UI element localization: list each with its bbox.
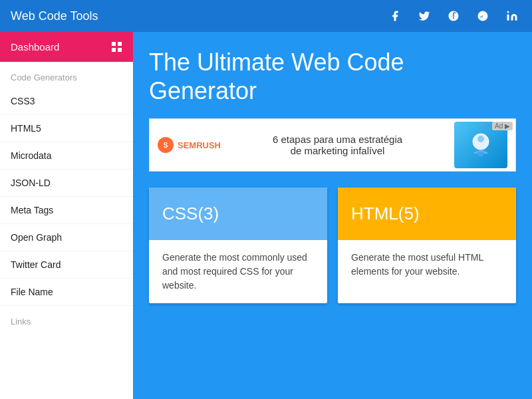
css3-card: CSS(3) Generate the most commonly used a… (149, 188, 327, 303)
reddit-icon[interactable]: r/ (473, 7, 492, 25)
svg-text:r/: r/ (480, 15, 483, 19)
brand-title: Web Code Tools (11, 9, 98, 23)
sidebar-item-json-ld[interactable]: JSON-LD (0, 170, 133, 197)
code-generators-header: Code Generators (0, 62, 133, 88)
cards-grid: CSS(3) Generate the most commonly used a… (149, 188, 516, 303)
ad-text: 6 etapas para uma estratégia de marketin… (229, 134, 446, 156)
html5-card-body: Generate the most useful HTML elements f… (338, 240, 516, 289)
sidebar-item-meta-tags[interactable]: Meta Tags (0, 197, 133, 224)
linkedin-icon[interactable] (503, 7, 521, 25)
layout: Dashboard Code Generators CSS3 HTML5 Mic… (0, 32, 532, 399)
css3-card-description: Generate the most commonly used and most… (162, 252, 307, 291)
html5-card: HTML(5) Generate the most useful HTML el… (338, 188, 516, 303)
facebook-icon[interactable] (386, 7, 404, 25)
sidebar-item-css3[interactable]: CSS3 (0, 88, 133, 115)
google-plus-icon[interactable]: g+ (444, 7, 463, 25)
social-icons-container: g+ r/ (386, 7, 521, 25)
ad-text-line2: de marketing infalível (229, 145, 446, 156)
html5-card-header: HTML(5) (338, 188, 516, 240)
svg-point-3 (507, 11, 509, 13)
semrush-logo-text: SEMRUSH (178, 140, 221, 150)
ad-content: S SEMRUSH 6 etapas para uma estratégia d… (150, 118, 515, 172)
sidebar-item-html5[interactable]: HTML5 (0, 115, 133, 142)
sidebar-item-twitter-card[interactable]: Twitter Card (0, 251, 133, 279)
main-content: The Ultimate Web Code Generator S SEMRUS… (133, 32, 532, 399)
dashboard-label: Dashboard (11, 41, 59, 53)
dashboard-item[interactable]: Dashboard (0, 32, 133, 62)
sidebar-item-file-name[interactable]: File Name (0, 279, 133, 306)
twitter-icon[interactable] (415, 7, 434, 25)
top-nav: Web Code Tools g+ r/ (0, 0, 532, 32)
css3-card-body: Generate the most commonly used and most… (149, 240, 327, 303)
main-title: The Ultimate Web Code Generator (149, 48, 516, 105)
html5-card-label: HTML(5) (351, 203, 420, 223)
css3-card-label: CSS(3) (162, 203, 219, 223)
svg-text:g+: g+ (451, 14, 456, 19)
sidebar-item-microdata[interactable]: Microdata (0, 142, 133, 170)
ad-text-line1: 6 etapas para uma estratégia (229, 134, 446, 145)
semrush-logo: S SEMRUSH (158, 137, 221, 153)
dashboard-grid-icon (112, 42, 122, 53)
ad-badge: Ad ▶ (492, 122, 513, 130)
sidebar-item-open-graph[interactable]: Open Graph (0, 224, 133, 251)
links-header: Links (0, 306, 133, 332)
semrush-logo-icon: S (158, 137, 174, 153)
sidebar: Dashboard Code Generators CSS3 HTML5 Mic… (0, 32, 133, 399)
html5-card-description: Generate the most useful HTML elements f… (351, 252, 483, 277)
svg-point-5 (477, 136, 484, 142)
ad-banner[interactable]: S SEMRUSH 6 etapas para uma estratégia d… (149, 118, 516, 172)
css3-card-header: CSS(3) (149, 188, 327, 240)
